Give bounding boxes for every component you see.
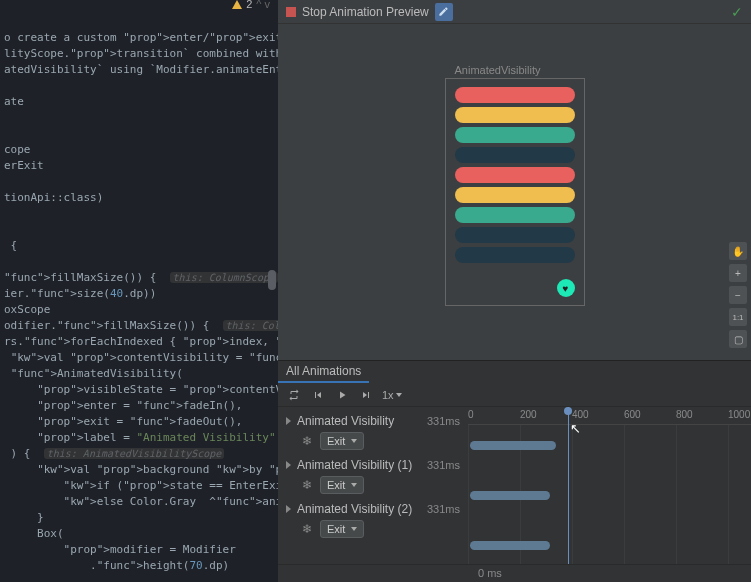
zoom-fit-button[interactable]: ▢ <box>729 330 747 348</box>
freeze-icon[interactable]: ❄ <box>300 522 314 536</box>
cursor-icon: ↖ <box>570 421 581 436</box>
timeline-bar[interactable] <box>470 441 556 450</box>
state-dropdown[interactable]: Exit <box>320 520 364 538</box>
animation-tab[interactable]: All Animations <box>278 361 369 383</box>
preview-device: ♥ <box>445 78 585 306</box>
check-icon: ✓ <box>731 4 743 20</box>
timeline-grid[interactable]: 02004006008001000 ↖ <box>468 407 751 564</box>
scrollbar-thumb[interactable] <box>268 270 276 290</box>
preview-bar <box>455 147 575 163</box>
canvas-tools: ✋ + − 1:1 ▢ <box>729 242 747 348</box>
preview-toolbar: Stop Animation Preview ✓ <box>278 0 751 24</box>
gridline <box>624 425 625 564</box>
track-duration: 331ms <box>427 503 460 515</box>
timeline-bar[interactable] <box>470 491 550 500</box>
state-dropdown[interactable]: Exit <box>320 476 364 494</box>
playhead[interactable] <box>568 407 569 564</box>
timeline-footer-time: 0 ms <box>278 564 751 582</box>
chevron-right-icon <box>286 505 291 513</box>
preview-canvas: AnimatedVisibility ♥ ✋ + − 1:1 ▢ <box>278 24 751 360</box>
gridline <box>676 425 677 564</box>
zoom-out-button[interactable]: − <box>729 286 747 304</box>
skip-start-button[interactable] <box>310 387 326 403</box>
ruler-tick: 600 <box>624 409 641 420</box>
freeze-icon[interactable]: ❄ <box>300 478 314 492</box>
ruler-tick: 1000 <box>728 409 750 420</box>
gridline <box>468 425 469 564</box>
component-label: AnimatedVisibility <box>455 64 541 76</box>
freeze-icon[interactable]: ❄ <box>300 434 314 448</box>
gridline <box>728 425 729 564</box>
speed-dropdown[interactable]: 1x <box>382 389 402 401</box>
timeline-bar[interactable] <box>470 541 550 550</box>
track-name: Animated Visibility (1) <box>297 458 412 472</box>
pan-tool-button[interactable]: ✋ <box>729 242 747 260</box>
preview-bar <box>455 167 575 183</box>
chevron-down-icon <box>396 393 402 397</box>
track-header[interactable]: Animated Visibility (2) 331ms <box>286 499 460 519</box>
preview-bar <box>455 227 575 243</box>
loop-button[interactable] <box>286 387 302 403</box>
warning-count: 2 <box>246 0 252 10</box>
preview-bar <box>455 127 575 143</box>
preview-bar <box>455 247 575 263</box>
ruler-tick: 400 <box>572 409 589 420</box>
preview-bar <box>455 107 575 123</box>
track-header[interactable]: Animated Visibility 331ms <box>286 411 460 431</box>
code-block[interactable]: o create a custom "prop">enter/"prop">ex… <box>0 8 278 574</box>
preview-title: Stop Animation Preview <box>302 5 429 19</box>
warning-icon[interactable] <box>232 0 242 9</box>
refresh-button[interactable] <box>435 3 453 21</box>
preview-bar <box>455 187 575 203</box>
ruler-tick: 800 <box>676 409 693 420</box>
track-labels: Animated Visibility 331ms ❄ Exit Animate… <box>278 407 468 564</box>
state-dropdown[interactable]: Exit <box>320 432 364 450</box>
zoom-in-button[interactable]: + <box>729 264 747 282</box>
track-name: Animated Visibility <box>297 414 394 428</box>
preview-bar <box>455 87 575 103</box>
track-duration: 331ms <box>427 459 460 471</box>
ruler-tick: 200 <box>520 409 537 420</box>
skip-end-button[interactable] <box>358 387 374 403</box>
track-duration: 331ms <box>427 415 460 427</box>
animation-panel: All Animations 1x Animated Visibility 33… <box>278 360 751 582</box>
ruler-tick: 0 <box>468 409 474 420</box>
chevron-right-icon <box>286 461 291 469</box>
track-header[interactable]: Animated Visibility (1) 331ms <box>286 455 460 475</box>
track-name: Animated Visibility (2) <box>297 502 412 516</box>
animation-controls: 1x <box>278 383 751 407</box>
timeline-ruler[interactable]: 02004006008001000 <box>468 407 751 425</box>
stop-icon[interactable] <box>286 7 296 17</box>
preview-bar <box>455 207 575 223</box>
zoom-reset-button[interactable]: 1:1 <box>729 308 747 326</box>
play-button[interactable] <box>334 387 350 403</box>
fab-heart-icon[interactable]: ♥ <box>557 279 575 297</box>
gridline <box>572 425 573 564</box>
chevron-right-icon <box>286 417 291 425</box>
code-editor-pane: 2 ^ v o create a custom "prop">enter/"pr… <box>0 0 278 582</box>
